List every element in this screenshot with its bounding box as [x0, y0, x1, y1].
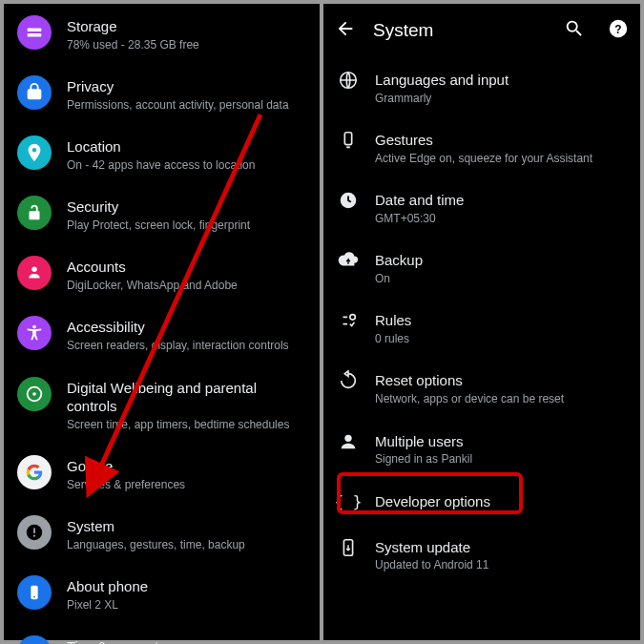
svg-point-2	[31, 267, 37, 273]
item-security[interactable]: SecurityPlay Protect, screen lock, finge…	[4, 184, 320, 244]
svg-point-8	[33, 535, 35, 537]
item-storage[interactable]: Storage78% used - 28.35 GB free	[4, 4, 320, 64]
item-users[interactable]: Multiple usersSigned in as Pankil	[323, 419, 640, 479]
item-rules[interactable]: Rules0 rules	[323, 298, 640, 358]
rules-icon	[337, 309, 360, 332]
privacy-icon	[17, 75, 52, 110]
item-privacy[interactable]: PrivacyPermissions, account activity, pe…	[4, 64, 320, 124]
svg-point-19	[350, 315, 356, 321]
svg-rect-7	[33, 529, 35, 534]
item-accessibility[interactable]: AccessibilityScreen readers, display, in…	[4, 304, 320, 364]
item-tips[interactable]: ? Tips & supportHelp articles, phone & c…	[4, 624, 320, 644]
item-gestures[interactable]: GesturesActive Edge on, squeeze for your…	[323, 117, 640, 177]
item-developer[interactable]: { } Developer options	[323, 479, 640, 525]
item-google[interactable]: GoogleServices & preferences	[4, 444, 320, 504]
item-title: Storage	[67, 17, 199, 36]
accessibility-icon	[17, 316, 52, 350]
page-title: System	[373, 20, 547, 41]
item-location[interactable]: LocationOn - 42 apps have access to loca…	[4, 124, 320, 184]
item-accounts[interactable]: AccountsDigiLocker, WhatsApp and Adobe	[4, 244, 320, 304]
item-about[interactable]: About phonePixel 2 XL	[4, 564, 320, 624]
wellbeing-icon	[17, 377, 52, 411]
security-icon	[17, 196, 52, 230]
braces-icon: { }	[337, 490, 360, 513]
clock-icon	[337, 189, 360, 212]
update-icon	[337, 536, 360, 559]
svg-text:?: ?	[614, 23, 621, 36]
help-icon: ?	[17, 635, 52, 644]
help-icon[interactable]: ?	[608, 18, 629, 43]
svg-point-5	[32, 392, 36, 396]
about-icon	[17, 575, 52, 610]
accounts-icon	[17, 256, 52, 290]
user-icon	[337, 430, 360, 453]
settings-main-pane: Storage78% used - 28.35 GB free PrivacyP…	[4, 4, 320, 640]
item-backup[interactable]: BackupOn	[323, 238, 640, 298]
back-icon[interactable]	[335, 18, 356, 43]
location-icon	[17, 135, 52, 170]
globe-icon	[337, 69, 360, 92]
svg-point-3	[32, 325, 36, 329]
item-sub: 78% used - 28.35 GB free	[67, 38, 199, 53]
google-icon	[17, 455, 52, 489]
cloud-icon	[337, 249, 360, 272]
svg-point-10	[33, 596, 35, 598]
settings-system-pane: System ? Languages and inputGrammarly Ge…	[323, 4, 640, 640]
svg-point-20	[344, 434, 351, 441]
reset-icon	[337, 369, 360, 392]
item-languages[interactable]: Languages and inputGrammarly	[323, 57, 640, 117]
svg-rect-17	[346, 147, 350, 149]
gestures-icon	[337, 129, 360, 152]
system-icon	[17, 515, 52, 550]
header: System ?	[323, 4, 640, 57]
svg-rect-1	[28, 33, 42, 37]
svg-rect-0	[28, 28, 42, 31]
search-icon[interactable]	[564, 18, 585, 43]
storage-icon	[17, 15, 52, 50]
item-update[interactable]: System updateUpdated to Android 11	[323, 525, 640, 585]
item-reset[interactable]: Reset optionsNetwork, apps or device can…	[323, 358, 640, 418]
item-datetime[interactable]: Date and timeGMT+05:30	[323, 177, 640, 238]
item-system[interactable]: SystemLanguages, gestures, time, backup	[4, 504, 320, 564]
item-wellbeing[interactable]: Digital Wellbeing and parental controlsS…	[4, 365, 320, 445]
svg-rect-16	[344, 133, 351, 145]
